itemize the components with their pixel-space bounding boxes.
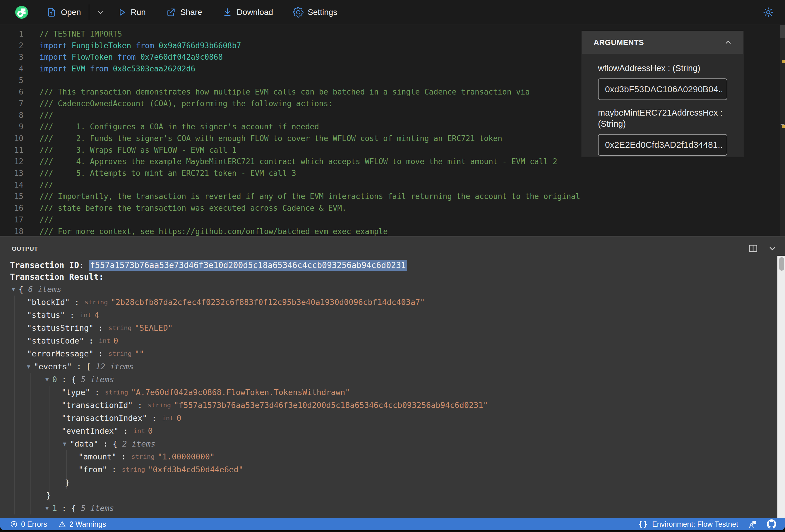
collapse-arrow-icon[interactable]: ▼ [45, 505, 49, 511]
download-button[interactable]: Download [222, 7, 273, 18]
json-t-segment: string [108, 324, 131, 332]
json-p-segment: : [94, 323, 108, 332]
json-p-segment: : [107, 465, 122, 474]
json-k-segment: "from" [78, 465, 107, 474]
json-k-segment: "blockId" [27, 298, 70, 307]
code-text: // TESTNET IMPORTS [40, 30, 122, 38]
output-panel-controls [748, 243, 778, 254]
json-tree-row: "transactionIndex" : int0 [0, 411, 777, 424]
json-tree-row: "eventIndex" : int0 [0, 424, 777, 437]
code-line: 17/// [0, 214, 785, 226]
indent-guide [30, 373, 31, 514]
code-link[interactable]: https://github.com/onflow/batched-evm-ex… [159, 227, 388, 236]
code-token: from [136, 41, 159, 50]
code-token: /// [40, 111, 53, 120]
json-result-tree: ▼{ 6 items"blockId" : string"2b28cbfb87d… [0, 283, 777, 518]
json-k-segment: "statusCode" [27, 336, 84, 345]
json-t-segment: string [131, 453, 155, 460]
code-token: /// state before the transaction was exe… [40, 204, 347, 212]
open-file-icon [46, 7, 57, 18]
json-tree-row: "transactionId" : string"f557a1573b76aa5… [0, 399, 777, 411]
indent-guide [66, 450, 67, 489]
code-token: import [40, 53, 72, 61]
toolbar-divider [89, 4, 89, 20]
json-tree-row: "statusCode" : int0 [0, 334, 777, 347]
json-p-segment: : [65, 310, 79, 320]
json-tree-row: ▼"data" : { 2 items [0, 437, 777, 450]
github-link[interactable] [767, 520, 776, 529]
editor-scrollbar[interactable] [780, 25, 785, 236]
transaction-id-value: f557a1573b76aa53e73d46f3e10d200d5c18a653… [89, 260, 407, 271]
code-text: import FungibleToken from 0x9a0766d93b66… [40, 41, 241, 50]
code-text: /// For more context, see https://github… [40, 227, 388, 236]
collapse-arrow-icon[interactable]: ▼ [63, 440, 66, 447]
json-p-segment: { [19, 285, 28, 294]
collapse-arrow-icon[interactable]: ▼ [45, 376, 49, 382]
argument-input-maybeMintERC721AddressHex[interactable] [598, 134, 727, 156]
arguments-panel-header[interactable]: ARGUMENTS [582, 31, 743, 54]
json-s-segment: "0xfd3b4cd50d44e6ed" [148, 465, 243, 474]
share-button[interactable]: Share [166, 7, 202, 18]
code-token: FungibleToken [72, 41, 136, 50]
warnings-status[interactable]: 2 Warnings [58, 520, 106, 529]
line-number: 12 [0, 157, 23, 166]
json-i-segment: 2 items [122, 439, 155, 448]
chevron-up-icon[interactable] [723, 37, 733, 47]
code-line: 14/// [0, 179, 785, 191]
code-token: from [117, 53, 140, 61]
code-line: 15/// Importantly, the transaction is re… [0, 191, 785, 203]
json-tree-row: ▼{ 6 items [0, 283, 777, 296]
json-tree-row: ▼"events" : [ 12 items [0, 360, 777, 373]
json-k-segment: "eventIndex" [61, 426, 119, 435]
errors-status[interactable]: 0 Errors [10, 520, 47, 529]
error-circle-icon [10, 520, 18, 528]
collapse-arrow-icon[interactable]: ▼ [12, 286, 15, 292]
json-i-segment: 12 items [96, 362, 134, 371]
json-p-segment: : [133, 401, 147, 410]
output-scrollbar-thumb[interactable] [779, 257, 784, 271]
code-text: /// Importantly, the transaction is reve… [40, 192, 580, 201]
json-n-segment: 0 [148, 426, 153, 435]
collapse-output-chevron-icon[interactable] [767, 243, 778, 254]
feedback-button[interactable] [748, 520, 757, 529]
toolbar: Open Run Share [0, 0, 785, 25]
code-token: /// 4. Approves the example MaybeMintERC… [40, 157, 557, 166]
code-token: EVM [72, 65, 90, 73]
json-p-segment: : { [98, 439, 122, 448]
overview-ruler-warning-marker [782, 60, 785, 63]
argument-label-maybeMintERC721AddressHex: maybeMintERC721AddressHex : (String) [598, 107, 730, 129]
line-number: 18 [0, 227, 23, 236]
json-tree-row: "amount" : string"1.00000000" [0, 450, 777, 463]
environment-status[interactable]: {} Environment: Flow Testnet [638, 520, 738, 529]
flow-runner-window: Open Run Share [0, 0, 785, 530]
argument-input-wflowAddressHex[interactable] [598, 78, 727, 100]
split-panel-icon[interactable] [748, 243, 759, 254]
run-button[interactable]: Run [117, 7, 146, 17]
warning-triangle-icon [58, 520, 66, 528]
overview-ruler-cursor-marker [781, 124, 784, 125]
json-tree-row: ▼1 : { 5 items [0, 502, 777, 514]
json-t-segment: int [99, 337, 111, 345]
settings-button[interactable]: Settings [293, 7, 337, 18]
json-p-segment: : [94, 349, 108, 358]
flow-logo[interactable] [15, 6, 28, 19]
theme-toggle-button[interactable] [763, 7, 774, 18]
indent-guide [14, 296, 15, 514]
editor-scrollbar-thumb[interactable] [780, 25, 785, 38]
code-line: 12/// 4. Approves the example MaybeMintE… [0, 156, 785, 168]
output-scrollbar[interactable] [777, 256, 785, 518]
json-p-segment: : [90, 388, 104, 397]
open-dropdown-button[interactable] [96, 8, 105, 17]
collapse-arrow-icon[interactable]: ▼ [27, 363, 30, 370]
status-bar: 0 Errors 2 Warnings {} Environment: Flow… [0, 518, 785, 530]
code-token: from [90, 65, 113, 73]
code-text: /// 2. Funds the signer's COA with enoug… [40, 134, 502, 143]
transaction-id-row: Transaction ID: f557a1573b76aa53e73d46f3… [10, 260, 407, 270]
json-tree-row: "type" : string"A.7e60df042a9c0868.FlowT… [0, 514, 777, 518]
download-label: Download [237, 8, 273, 17]
json-tree-row: "errorMessage" : string"" [0, 347, 777, 360]
json-t-segment: string [122, 466, 145, 473]
json-p-segment: : [84, 336, 98, 345]
code-text: /// CadenceOwnedAccount (COA), performin… [40, 99, 333, 108]
open-button[interactable]: Open [46, 7, 81, 18]
